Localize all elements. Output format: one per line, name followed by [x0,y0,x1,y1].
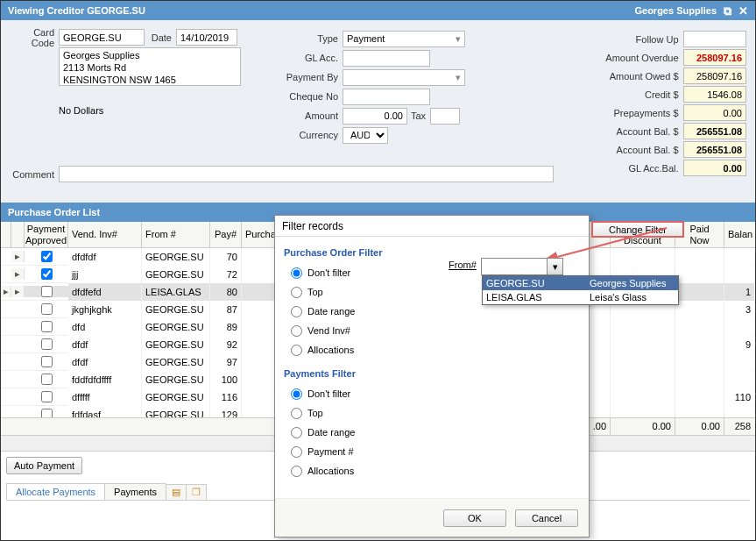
cell-vendinv: dfdfdf [68,248,142,266]
payment-approved-checkbox[interactable] [25,356,68,367]
po-filter-daterange-label: Date range [307,306,355,317]
amount-owed-label: Amount Owed $ [589,71,683,82]
dropdown-item-code: LEISA.GLAS [486,292,590,303]
type-select[interactable]: Payment ▾ [343,31,465,47]
cell-pay: 87 [210,301,242,318]
followup-value[interactable] [683,31,746,47]
pay-filter-allocations[interactable] [291,466,302,477]
col-payment-approved[interactable]: Payment Approved [25,222,68,247]
cell-purcha [242,266,277,283]
address-line1: Georges Supplies [63,50,237,62]
po-filter-daterange[interactable] [291,306,302,317]
dialog-ok-button[interactable]: OK [443,509,506,527]
cell-balan: 3 [724,301,754,318]
cell-balan [724,371,754,388]
cell-from: GEORGE.SU [142,318,210,336]
amount-input[interactable]: 0.00 [343,108,407,125]
po-filter-section: Purchase Order Filter [284,247,580,258]
chevron-down-icon: ▾ [547,259,562,274]
cell-purcha [242,388,277,406]
credit-label: Credit $ [589,89,683,100]
titlebar-subject: Georges Supplies [634,5,717,16]
po-filter-vendinv-label: Vend Inv# [307,325,350,336]
pay-filter-top[interactable] [291,408,302,419]
change-filter-button[interactable]: Change Filter [591,221,684,238]
cell-vendinv: fddfdfdffff [68,371,142,388]
tab-document-icon[interactable]: ▤ [166,484,187,500]
col-balan[interactable]: Balan [724,222,754,247]
type-label: Type [276,33,343,44]
auto-payment-button[interactable]: Auto Payment [6,457,82,474]
amount-overdue-label: Amount Overdue [589,53,683,63]
cell-pay: 100 [210,371,242,388]
po-filter-vendinv[interactable] [291,325,302,337]
cell-pay: 116 [210,388,242,406]
from-filter-dropdown[interactable]: GEORGE.SU Georges Supplies LEISA.GLAS Le… [482,275,679,305]
pay-filter-daterange-label: Date range [307,427,355,438]
pay-filter-section: Payments Filter [284,368,580,379]
tab-copy-icon[interactable]: ❐ [186,484,207,500]
cell-pay: 72 [210,266,242,283]
pay-filter-dont[interactable] [291,388,302,400]
address-line3: KENSINGTON NSW 1465 [63,75,237,87]
currency-select[interactable]: AUD [343,127,388,144]
payment-approved-checkbox[interactable] [25,374,68,385]
tab-allocate-payments[interactable]: Allocate Payments [6,483,105,500]
expand-icon[interactable]: ⧉ [724,5,731,17]
pay-filter-daterange[interactable] [291,427,302,438]
date-label: Date [145,32,176,43]
total-paidnow: 0.00 [675,418,724,435]
payment-approved-checkbox[interactable] [25,268,68,280]
cell-balan: 1 [724,283,754,301]
dropdown-item[interactable]: GEORGE.SU Georges Supplies [483,276,678,290]
cell-pay: 89 [210,318,242,336]
expand-icon[interactable]: ▸ [11,268,25,280]
dropdown-item[interactable]: LEISA.GLAS Leisa's Glass [483,290,678,304]
amount-label: Amount [276,110,343,121]
payment-approved-checkbox[interactable] [25,338,68,350]
col-vendinv[interactable]: Vend. Inv# [68,222,142,247]
total-balan: 258 [724,418,754,435]
glacc-label: GL Acc. [276,53,343,63]
po-filter-dont[interactable] [291,267,302,279]
cell-balan: 110 [724,388,754,406]
cell-from: GEORGE.SU [142,353,210,371]
tax-input[interactable] [430,108,460,125]
paymentby-label: Payment By [276,72,343,82]
expand-icon[interactable]: ▸ [11,251,25,262]
cell-vendinv: jjj [68,266,142,283]
expand-icon[interactable]: ▸ [11,286,25,297]
po-filter-allocations[interactable] [291,345,302,356]
cell-purcha [242,283,277,301]
cell-purcha [242,318,277,336]
comment-input[interactable] [59,166,554,182]
cell-balan [724,318,754,336]
payment-approved-checkbox[interactable] [25,321,68,332]
cell-purcha [242,336,277,353]
address-line2: 2113 Morts Rd [63,62,237,75]
glacc-input[interactable] [343,50,430,67]
payment-approved-checkbox[interactable] [25,251,68,262]
payment-approved-checkbox[interactable] [25,286,68,297]
pay-filter-payment-label: Payment # [307,446,354,457]
po-filter-allocations-label: Allocations [307,345,354,355]
chequeno-input[interactable] [343,89,430,105]
total-discount: 0.00 [611,418,675,435]
paymentby-select[interactable]: ▾ [343,69,465,86]
payment-approved-checkbox[interactable] [25,391,68,402]
dialog-cancel-button[interactable]: Cancel [515,509,578,527]
dropdown-item-name: Georges Supplies [590,278,666,288]
pay-filter-payment[interactable] [291,446,302,458]
po-filter-top[interactable] [291,287,302,298]
cardcode-label: Card Code [10,27,59,48]
col-from[interactable]: From # [142,222,210,247]
close-icon[interactable]: ✕ [738,5,748,17]
from-filter-combo[interactable]: ▾ [481,258,563,275]
tab-payments[interactable]: Payments [104,483,166,500]
from-filter-label: From# [449,260,477,270]
col-purcha[interactable]: Purcha [242,222,277,247]
cell-vendinv: dfdfefd [68,283,142,301]
payment-approved-checkbox[interactable] [25,303,68,315]
col-pay[interactable]: Pay# [210,222,242,247]
credit-value: 1546.08 [683,86,746,103]
